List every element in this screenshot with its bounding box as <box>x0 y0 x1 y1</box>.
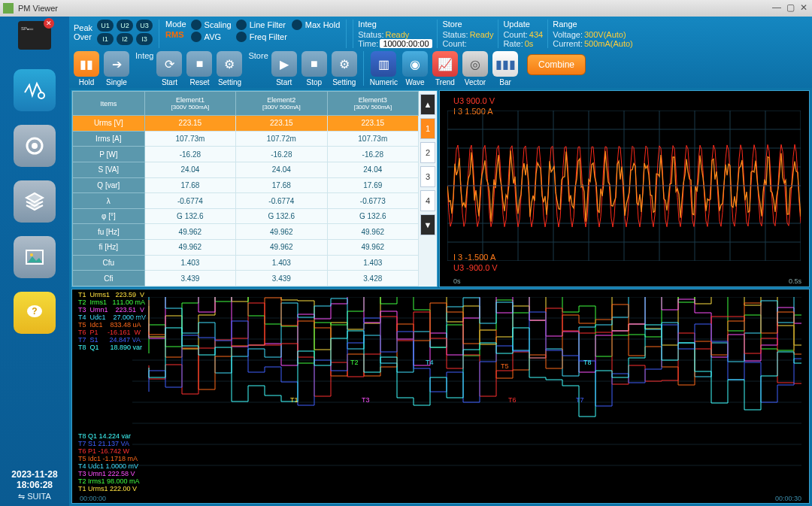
sidebar-item-settings[interactable] <box>14 125 56 167</box>
mode-value[interactable]: RMS <box>165 30 186 39</box>
cell-value: 49.962 <box>236 240 327 256</box>
page-1-button[interactable]: 1 <box>420 118 435 139</box>
sidebar-item-help[interactable]: ? <box>14 292 56 334</box>
avg-radio[interactable] <box>191 32 201 42</box>
svg-point-4 <box>30 253 33 256</box>
cell-value: 107.72m <box>236 131 327 147</box>
row-label[interactable]: Cfi <box>73 271 145 286</box>
peak-u1[interactable]: U1 <box>97 20 114 32</box>
cell-value: G 132.6 <box>327 208 418 224</box>
row-label[interactable]: fi [Hz] <box>73 240 145 256</box>
range-status: Range Voltage:300V(Auto) Current:500mA(A… <box>547 20 633 48</box>
row-label[interactable]: λ <box>73 193 145 209</box>
maximize-icon[interactable]: ▢ <box>785 3 795 14</box>
items-header: Items <box>73 92 145 116</box>
cell-value: 3.428 <box>327 271 418 286</box>
store-start-button[interactable]: ▶Start <box>271 51 297 86</box>
cell-value: 223.15 <box>327 116 418 132</box>
peak-i1[interactable]: I1 <box>97 33 114 45</box>
freq-filter-radio[interactable] <box>236 32 247 42</box>
trend-canvas: T1T2T3T4T5T6T7T8 <box>132 297 801 470</box>
date-display: 2023-11-2818:06:28 <box>11 469 57 490</box>
cell-value: 1.403 <box>144 255 235 271</box>
cell-value: 1.403 <box>236 255 327 271</box>
store-setting-button[interactable]: ⚙Setting <box>332 51 357 86</box>
bar-icon: ▮▮▮ <box>492 51 518 77</box>
sidebar-item-measure[interactable] <box>14 69 56 111</box>
element-header: Element2[300V 500mA] <box>236 92 327 116</box>
peak-i3[interactable]: I3 <box>136 33 153 45</box>
row-label[interactable]: Irms [A] <box>73 131 145 147</box>
numeric-panel: ItemsElement1[300V 500mA]Element2[300V 5… <box>71 90 438 287</box>
cell-value: 223.15 <box>236 116 327 132</box>
row-label[interactable]: φ [°] <box>73 208 145 224</box>
integ-start-button[interactable]: ⟳Start <box>156 51 182 86</box>
single-button[interactable]: ➔Single <box>104 51 129 86</box>
page-3-button[interactable]: 3 <box>420 166 435 187</box>
line-filter-radio[interactable] <box>236 20 247 30</box>
row-label[interactable]: Q [var] <box>73 177 145 193</box>
page-up-button[interactable]: ▲ <box>420 94 435 115</box>
numeric-button[interactable]: ▥Numeric <box>370 51 398 86</box>
table-row: P [W]-16.28-16.28-16.28 <box>73 147 419 162</box>
cell-value: 24.04 <box>236 162 327 177</box>
row-label[interactable]: P [W] <box>73 147 145 162</box>
row-label[interactable]: S [VA] <box>73 162 145 177</box>
sidebar-item-layers[interactable] <box>14 180 56 223</box>
cell-value: 17.69 <box>327 177 418 193</box>
cell-value: 223.15 <box>144 116 235 132</box>
cell-value: 107.73m <box>144 131 235 147</box>
row-label[interactable]: Urms [V] <box>73 116 145 132</box>
trend-button[interactable]: 📈Trend <box>432 51 458 86</box>
cell-value: 49.962 <box>327 224 418 240</box>
cell-value: 17.68 <box>144 177 235 193</box>
integ-status: Integ Status:Ready Time:10000:00:00 <box>353 20 432 48</box>
table-row: S [VA]24.0424.0424.04 <box>73 162 419 177</box>
close-icon[interactable]: ✕ <box>798 3 809 14</box>
arrow-right-icon: ➔ <box>104 51 129 77</box>
page-2-button[interactable]: 2 <box>420 142 435 163</box>
row-label[interactable]: fu [Hz] <box>73 224 145 240</box>
window-title: PM Viewer <box>18 4 58 13</box>
cell-value: 3.439 <box>236 271 327 286</box>
peak-u3[interactable]: U3 <box>136 20 153 32</box>
svg-text:T5: T5 <box>501 362 509 370</box>
store-stop-button[interactable]: ■Stop <box>301 51 327 86</box>
integ-setting-button[interactable]: ⚙Setting <box>217 51 242 86</box>
bar-button[interactable]: ▮▮▮Bar <box>492 51 518 86</box>
integ-reset-button[interactable]: ■Reset <box>186 51 212 86</box>
window-titlebar: PM Viewer — ▢ ✕ <box>0 0 812 17</box>
save-stop-icon: ■ <box>301 51 327 77</box>
row-label[interactable]: Cfu <box>73 255 145 271</box>
svg-text:T8: T8 <box>583 359 592 366</box>
cell-value: 24.04 <box>327 162 418 177</box>
hold-button[interactable]: ▮▮Hold <box>74 51 99 86</box>
sidebar-item-image[interactable] <box>14 236 56 278</box>
numeric-icon: ▥ <box>371 51 396 77</box>
waveform-canvas <box>447 111 801 261</box>
combine-button[interactable]: Combine <box>527 54 586 75</box>
peak-u2[interactable]: U2 <box>117 20 133 32</box>
cell-value: -0.6774 <box>236 193 327 209</box>
cell-value: 107.73m <box>327 131 418 147</box>
max-hold-radio[interactable] <box>292 20 302 30</box>
vector-button[interactable]: ◎Vector <box>462 51 488 86</box>
scaling-radio[interactable] <box>191 20 201 30</box>
svg-text:T2: T2 <box>350 359 359 366</box>
cell-value: 24.04 <box>144 162 235 177</box>
peak-i2[interactable]: I2 <box>117 33 133 45</box>
app-icon <box>3 3 14 14</box>
page-4-button[interactable]: 4 <box>420 190 435 211</box>
minimize-icon[interactable]: — <box>771 3 782 14</box>
trend-panel[interactable]: T1 Urms1 223.59 VT2 Irms1 111.00 mAT3 Um… <box>71 289 810 504</box>
waveform-panel[interactable]: U3 900.0 VI 3 1.500 A I 3 -1.500 AU3 -90… <box>439 90 810 287</box>
pause-icon: ▮▮ <box>74 51 99 77</box>
device-icon[interactable]: ✕ <box>18 21 51 50</box>
table-row: λ-0.6774-0.6774-0.6773 <box>73 193 419 209</box>
refresh-icon: ⟳ <box>156 51 182 77</box>
wave-button[interactable]: ◉Wave <box>402 51 428 86</box>
page-down-button[interactable]: ▼ <box>420 214 435 235</box>
table-row: Cfu1.4031.4031.403 <box>73 255 419 271</box>
save-gear-icon: ⚙ <box>332 51 357 77</box>
save-play-icon: ▶ <box>271 51 297 77</box>
